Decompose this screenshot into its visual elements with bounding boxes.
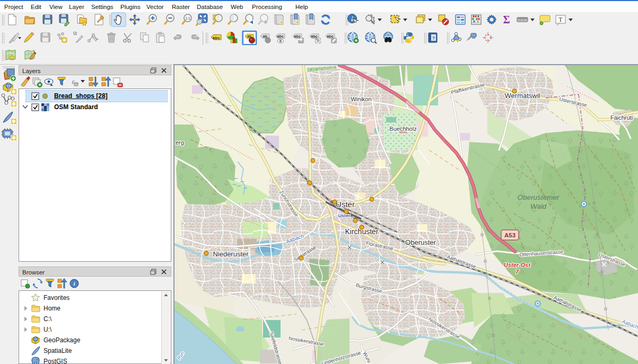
svg-text:PostGIS: PostGIS bbox=[43, 358, 67, 364]
svg-text:Uster: Uster bbox=[336, 200, 355, 209]
svg-text:Oberuster: Oberuster bbox=[405, 238, 436, 246]
svg-text:Wermatswil: Wermatswil bbox=[505, 92, 540, 100]
svg-text:T: T bbox=[558, 16, 563, 23]
svg-text:Faichrüti: Faichrüti bbox=[610, 114, 633, 121]
svg-text:C:\: C:\ bbox=[43, 315, 52, 323]
svg-text:A53: A53 bbox=[504, 232, 515, 238]
svg-text:?: ? bbox=[432, 35, 435, 41]
svg-text:U:\: U:\ bbox=[43, 326, 52, 333]
svg-text:Home: Home bbox=[43, 305, 60, 312]
svg-text:Niederuster: Niederuster bbox=[213, 250, 249, 258]
svg-text:Favorites: Favorites bbox=[43, 294, 69, 301]
svg-text:Wald: Wald bbox=[530, 202, 547, 210]
svg-text:Buechholz: Buechholz bbox=[389, 126, 416, 132]
svg-text:Oberustemer: Oberustemer bbox=[518, 193, 560, 201]
svg-text:Σ: Σ bbox=[503, 14, 510, 25]
svg-text:SpatiaLite: SpatiaLite bbox=[43, 347, 72, 354]
svg-text:Uster-Ost: Uster-Ost bbox=[504, 262, 531, 268]
svg-text:Uster: Uster bbox=[338, 213, 351, 218]
svg-text:abc: abc bbox=[213, 35, 220, 40]
svg-text:erg: erg bbox=[176, 139, 184, 146]
svg-text:abc: abc bbox=[277, 34, 284, 39]
svg-text:1:1: 1:1 bbox=[185, 16, 190, 20]
svg-text:GeoPackage: GeoPackage bbox=[43, 336, 81, 344]
svg-text:7: 7 bbox=[515, 269, 519, 275]
svg-text:Winikon: Winikon bbox=[351, 96, 371, 102]
